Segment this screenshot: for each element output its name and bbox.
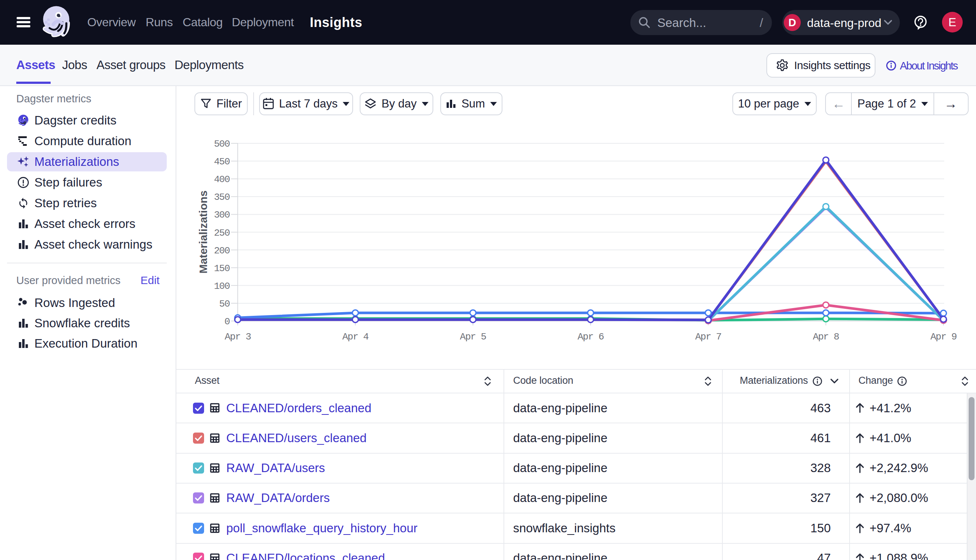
- svg-text:Apr 5: Apr 5: [460, 331, 486, 342]
- svg-text:Apr 7: Apr 7: [695, 331, 721, 342]
- svg-text:100: 100: [214, 281, 230, 292]
- svg-text:150: 150: [214, 263, 230, 274]
- svg-text:0: 0: [224, 316, 230, 327]
- svg-text:300: 300: [214, 210, 230, 220]
- svg-text:200: 200: [214, 245, 230, 257]
- svg-text:400: 400: [214, 174, 230, 185]
- svg-text:Apr 8: Apr 8: [813, 331, 839, 342]
- svg-text:Apr 6: Apr 6: [577, 331, 604, 342]
- svg-text:Apr 3: Apr 3: [225, 331, 251, 342]
- svg-text:Apr 9: Apr 9: [931, 331, 957, 342]
- svg-text:Materializations: Materializations: [197, 190, 209, 273]
- svg-text:50: 50: [219, 298, 230, 310]
- svg-text:450: 450: [214, 156, 230, 167]
- svg-text:350: 350: [214, 192, 230, 203]
- svg-text:Apr 4: Apr 4: [343, 331, 369, 342]
- svg-text:250: 250: [214, 228, 230, 238]
- svg-text:500: 500: [214, 138, 230, 150]
